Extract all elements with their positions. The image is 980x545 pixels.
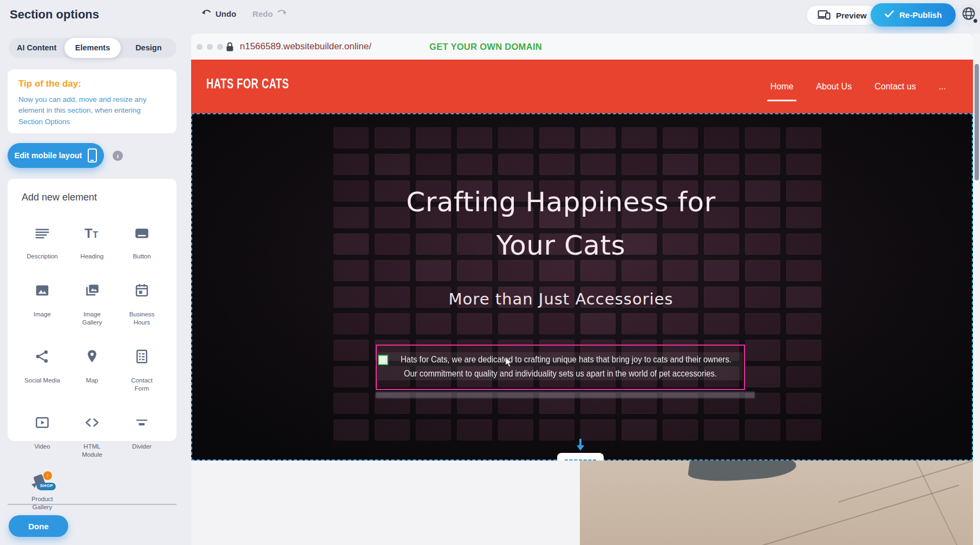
site-header: HATS FOR CATS Home About Us Contact us .… [191,60,973,113]
floor-shadow-blob [687,460,798,484]
heading-icon: TT [84,216,100,249]
image-icon [34,274,50,307]
upgrade-arrow-icon: ↑ [43,471,52,480]
hero-tile [334,207,369,228]
element-label: Social Media [24,377,60,385]
check-icon [885,10,894,20]
element-map[interactable]: Map [67,340,117,393]
tab-design[interactable]: Design [121,38,177,58]
hero-tile [334,313,369,334]
hero-tile [745,340,780,361]
button-icon [134,216,150,249]
edit-mobile-label: Edit mobile layout [15,151,82,160]
republish-label: Re-Publish [899,10,942,20]
preview-button[interactable]: Preview [806,5,878,25]
element-grid: Description TT Heading Button Image Imag… [17,216,167,512]
next-section-floor-image[interactable] [580,460,973,545]
hero-tile [334,419,369,440]
element-description[interactable]: Description [17,216,67,261]
element-label: Heading [81,252,104,261]
hero-tile [457,313,492,334]
hero-tile [786,419,821,440]
edit-mobile-layout-button[interactable]: Edit mobile layout [8,143,104,168]
site-logo[interactable]: HATS FOR CATS [206,76,289,92]
address-bar-url[interactable]: n1566589.websitebuilder.online/ [240,34,371,60]
element-image[interactable]: Image [17,274,67,327]
hero-tile [786,393,821,414]
redo-icon [277,9,287,18]
product-gallery-icon: ↑ SHOP [30,472,54,492]
next-section-empty[interactable] [191,460,580,545]
element-label: Contact Form [131,377,153,393]
code-icon [84,406,100,439]
hero-tile [334,366,369,387]
tab-ai-content[interactable]: AI Content [9,38,64,58]
element-label: Map [86,377,98,385]
nav-home[interactable]: Home [769,79,795,95]
page-scrollbar-thumb[interactable] [975,64,979,180]
shop-badge: SHOP [37,483,56,490]
info-icon[interactable]: i [113,151,123,161]
hero-tile [334,260,369,281]
hero-tile [580,313,616,334]
hero-tile [786,340,821,361]
hero-tile [622,313,657,334]
undo-icon [201,9,212,18]
redo-button[interactable]: Redo [252,9,287,18]
element-video[interactable]: Video [17,406,67,459]
tip-title: Tip of the day: [18,79,166,89]
element-label: Divider [132,443,152,451]
element-divider[interactable]: Divider [117,406,167,459]
nav-about-us[interactable]: About Us [815,79,853,95]
element-label: Image Gallery [82,310,102,327]
tab-elements[interactable]: Elements [64,38,120,58]
element-contact-form[interactable]: Contact Form [117,340,167,393]
paragraph-line-1: Hats for Cats, we are dedicated to craft… [401,353,720,367]
share-icon [34,340,50,373]
hero-tile [334,127,369,148]
map-pin-icon [84,340,100,373]
done-button[interactable]: Done [9,515,68,537]
republish-button[interactable]: Re-Publish [871,3,956,27]
element-social-media[interactable]: Social Media [17,340,67,393]
image-gallery-icon [84,274,100,307]
element-label: Video [34,443,50,451]
paragraph-line-2: Our commitment to quality and individual… [401,367,720,381]
hero-tile [786,127,821,148]
element-html-module[interactable]: HTML Module [67,406,117,459]
svg-text:T: T [84,225,93,240]
undo-button[interactable]: Undo [201,9,236,18]
hero-section-selected[interactable]: Crafting Happiness for Your Cats More th… [191,113,973,460]
element-label: Button [133,252,151,261]
element-heading[interactable]: TT Heading [67,216,117,261]
hero-tile [334,287,369,308]
svg-text:T: T [93,229,98,239]
resize-arrow-down-icon [576,438,585,454]
element-business-hours[interactable]: Business Hours [117,274,167,327]
preview-label: Preview [836,11,867,20]
form-icon [134,340,150,373]
language-globe-button[interactable] [957,3,980,26]
element-label: Image [34,310,51,319]
element-button[interactable]: Button [117,216,167,261]
element-product-gallery[interactable]: ↑ SHOP Product Gallery [17,472,67,512]
hero-paragraph[interactable]: Hats for Cats, we are dedicated to craft… [377,346,744,381]
hero-tile [786,313,821,334]
get-domain-link[interactable]: GET YOUR OWN DOMAIN [429,34,542,60]
lock-icon [226,42,234,54]
floor-tile-seam [838,460,973,503]
selection-shadow-strip [376,392,755,398]
nav-more-ellipsis[interactable]: ... [938,79,947,95]
hero-subheading[interactable]: More than Just Accessories [371,290,750,308]
hero-tile [334,393,369,414]
page-title: Section options [10,8,99,22]
add-element-title: Add new element [17,192,167,203]
paragraph-selection-box[interactable]: Hats for Cats, we are dedicated to craft… [376,345,745,390]
panel-tabs: AI Content Elements Design [9,38,177,58]
undo-label: Undo [215,9,236,18]
nav-contact-us[interactable]: Contact us [873,79,917,95]
element-image-gallery[interactable]: Image Gallery [67,274,117,327]
hero-heading[interactable]: Crafting Happiness for Your Cats [371,180,750,267]
hero-tile [786,260,821,281]
calendar-icon [134,274,150,307]
